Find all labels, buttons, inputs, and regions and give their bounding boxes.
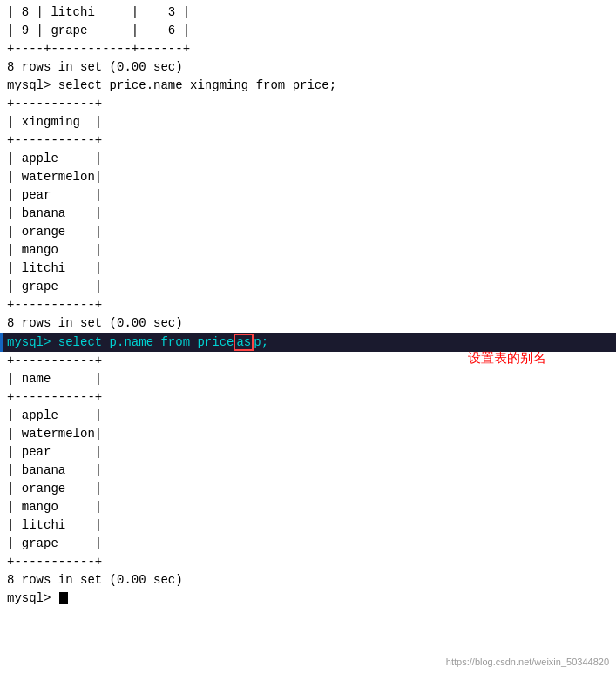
terminal-line: | banana | [0, 462, 616, 480]
terminal-line: | apple | [0, 407, 616, 425]
terminal-cursor [59, 592, 68, 604]
highlighted-command-row: mysql> select p.name from price as p; [0, 333, 616, 352]
terminal-line: | pear | [0, 443, 616, 462]
terminal-line: 8 rows in set (0.00 sec) [0, 58, 616, 77]
terminal-line: | grape | [0, 278, 616, 296]
terminal-line: mysql> select price.name xingming from p… [0, 77, 616, 95]
terminal-line: | orange | [0, 480, 616, 498]
terminal-line: 8 rows in set (0.00 sec) [0, 571, 616, 590]
terminal-line: | pear | [0, 186, 616, 205]
watermark: https://blog.csdn.net/weixin_50344820 [446, 657, 609, 667]
terminal-line: +-----------+ [0, 296, 616, 314]
terminal-line: | 9 | grape | 6 | [0, 22, 616, 40]
annotation-section: +-----------+| name |+-----------+| appl… [0, 352, 616, 608]
terminal-line: | orange | [0, 223, 616, 241]
highlight-bar [0, 333, 3, 352]
terminal-line: | mango | [0, 241, 616, 259]
terminal-line: +-----------+ [0, 553, 616, 571]
terminal-line: | apple | [0, 150, 616, 168]
bottom-lines: +-----------+| name |+-----------+| appl… [0, 352, 616, 608]
terminal-line: +-----------+ [0, 388, 616, 407]
terminal-line: | banana | [0, 205, 616, 223]
terminal-line: | litchi | [0, 259, 616, 278]
command-after: p; [254, 335, 268, 349]
terminal-line: | grape | [0, 535, 616, 553]
terminal-line: | watermelon| [0, 425, 616, 443]
terminal-line: | 8 | litchi | 3 | [0, 3, 616, 22]
table-alias-annotation: 设置表的别名 [468, 350, 546, 367]
terminal-line: 8 rows in set (0.00 sec) [0, 314, 616, 333]
terminal-window: | 8 | litchi | 3 || 9 | grape | 6 |+----… [0, 0, 616, 611]
terminal-line: | xingming | [0, 113, 616, 131]
terminal-line: +----+-----------+------+ [0, 40, 616, 58]
top-lines: | 8 | litchi | 3 || 9 | grape | 6 |+----… [0, 3, 616, 333]
terminal-line: | litchi | [0, 516, 616, 535]
terminal-line: | name | [0, 370, 616, 388]
as-keyword: as [234, 334, 254, 351]
terminal-line: +-----------+ [0, 131, 616, 150]
terminal-line: mysql> [0, 590, 616, 608]
command-before: mysql> select p.name from price [7, 335, 234, 349]
terminal-line: +-----------+ [0, 95, 616, 113]
terminal-line: | watermelon| [0, 168, 616, 186]
terminal-line: | mango | [0, 498, 616, 516]
